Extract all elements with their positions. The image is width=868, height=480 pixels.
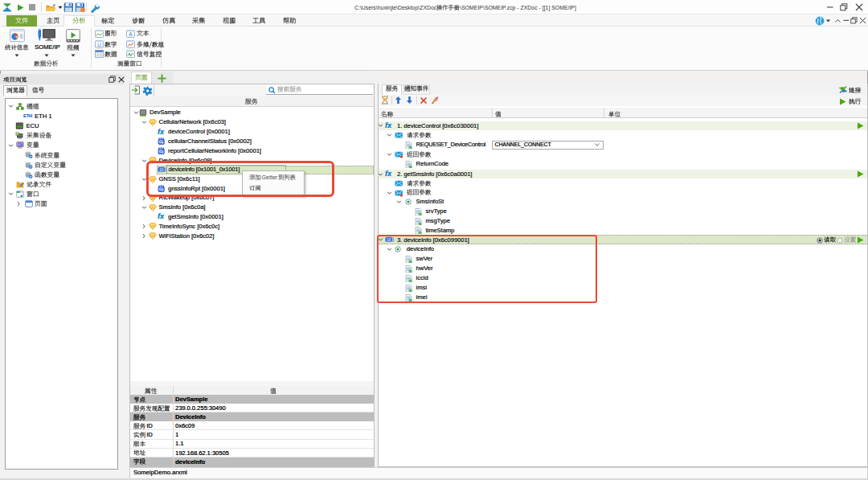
svg-text:12: 12 [97,43,102,47]
svg-text:A: A [129,31,133,37]
